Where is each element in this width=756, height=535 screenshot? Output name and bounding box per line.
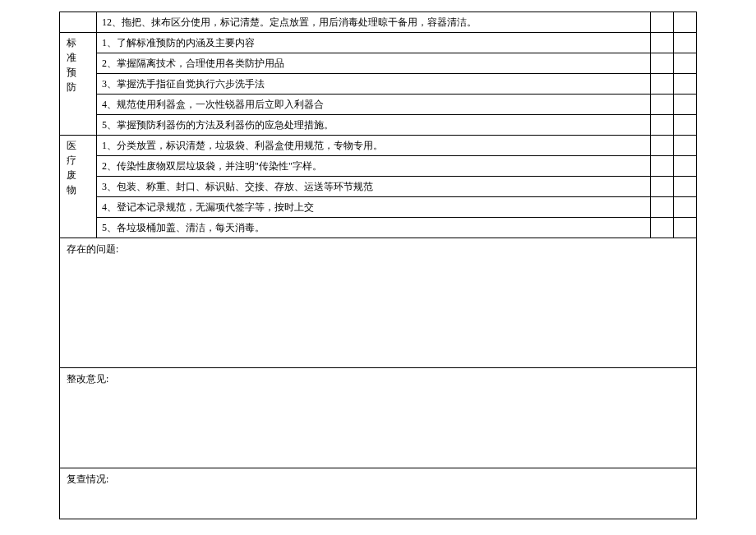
score-cell-2 <box>674 33 697 53</box>
score-cell-2 <box>674 218 697 238</box>
table-row: 4、规范使用利器盒，一次性锐器用后立即入利器合 <box>60 95 697 115</box>
table-row: 2、传染性废物双层垃圾袋，并注明"传染性"字样。 <box>60 156 697 177</box>
score-cell-1 <box>651 177 674 197</box>
item-cell: 1、分类放置，标识清楚，垃圾袋、利器盒使用规范，专物专用。 <box>97 136 651 156</box>
category-label-line: 废 <box>67 169 76 181</box>
category-cell-medical-waste: 医 疗 废 物 <box>60 136 97 238</box>
opinion-row: 整改意见: <box>60 368 697 468</box>
category-cell-blank <box>60 12 97 33</box>
item-cell: 2、传染性废物双层垃圾袋，并注明"传染性"字样。 <box>97 156 651 177</box>
recheck-row: 复查情况: <box>60 468 697 519</box>
category-label-line: 标 <box>67 37 76 48</box>
recheck-label: 复查情况: <box>67 473 108 485</box>
category-label-line: 防 <box>67 81 76 93</box>
score-cell-1 <box>651 74 674 95</box>
score-cell-2 <box>674 197 697 218</box>
category-label-line: 准 <box>67 52 76 63</box>
recheck-cell: 复查情况: <box>60 468 697 519</box>
table-row: 3、掌握洗手指征自觉执行六步洗手法 <box>60 74 697 95</box>
score-cell-2 <box>674 136 697 156</box>
issues-row: 存在的问题: <box>60 238 697 368</box>
table-row: 2、掌握隔离技术，合理使用各类防护用品 <box>60 53 697 74</box>
category-label-line: 物 <box>67 184 76 196</box>
score-cell-1 <box>651 95 674 115</box>
table-row: 医 疗 废 物 1、分类放置，标识清楚，垃圾袋、利器盒使用规范，专物专用。 <box>60 136 697 156</box>
score-cell-1 <box>651 33 674 53</box>
opinion-cell: 整改意见: <box>60 368 697 468</box>
score-cell-2 <box>674 74 697 95</box>
score-cell-2 <box>674 53 697 74</box>
score-cell-2 <box>674 156 697 177</box>
inspection-table: 12、拖把、抹布区分使用，标记清楚。定点放置，用后消毒处理晾干备用，容器清洁。 … <box>59 12 697 519</box>
item-cell: 3、包装、称重、封口、标识贴、交接、存放、运送等环节规范 <box>97 177 651 197</box>
item-cell: 1、了解标准预防的内涵及主要内容 <box>97 33 651 53</box>
score-cell-2 <box>674 115 697 136</box>
category-cell-standard-precaution: 标 准 预 防 <box>60 33 97 136</box>
table-row: 3、包装、称重、封口、标识贴、交接、存放、运送等环节规范 <box>60 177 697 197</box>
table-row: 5、掌握预防利器伤的方法及利器伤的应急处理措施。 <box>60 115 697 136</box>
table-row: 4、登记本记录规范，无漏项代签字等，按时上交 <box>60 197 697 218</box>
category-label-line: 预 <box>67 67 76 78</box>
table-row: 12、拖把、抹布区分使用，标记清楚。定点放置，用后消毒处理晾干备用，容器清洁。 <box>60 12 697 33</box>
item-cell: 5、各垃圾桶加盖、清洁，每天消毒。 <box>97 218 651 238</box>
issues-cell: 存在的问题: <box>60 238 697 368</box>
table-row: 标 准 预 防 1、了解标准预防的内涵及主要内容 <box>60 33 697 53</box>
item-cell: 5、掌握预防利器伤的方法及利器伤的应急处理措施。 <box>97 115 651 136</box>
issues-label: 存在的问题: <box>67 243 118 255</box>
opinion-label: 整改意见: <box>67 373 108 385</box>
score-cell-1 <box>651 12 674 33</box>
score-cell-2 <box>674 95 697 115</box>
score-cell-1 <box>651 218 674 238</box>
score-cell-1 <box>651 136 674 156</box>
score-cell-2 <box>674 177 697 197</box>
score-cell-1 <box>651 156 674 177</box>
item-cell: 12、拖把、抹布区分使用，标记清楚。定点放置，用后消毒处理晾干备用，容器清洁。 <box>97 12 651 33</box>
score-cell-1 <box>651 115 674 136</box>
item-cell: 2、掌握隔离技术，合理使用各类防护用品 <box>97 53 651 74</box>
score-cell-1 <box>651 197 674 218</box>
category-label-line: 医 <box>67 140 76 151</box>
score-cell-2 <box>674 12 697 33</box>
item-cell: 3、掌握洗手指征自觉执行六步洗手法 <box>97 74 651 95</box>
score-cell-1 <box>651 53 674 74</box>
table-row: 5、各垃圾桶加盖、清洁，每天消毒。 <box>60 218 697 238</box>
item-cell: 4、规范使用利器盒，一次性锐器用后立即入利器合 <box>97 95 651 115</box>
category-label-line: 疗 <box>67 155 76 166</box>
item-cell: 4、登记本记录规范，无漏项代签字等，按时上交 <box>97 197 651 218</box>
